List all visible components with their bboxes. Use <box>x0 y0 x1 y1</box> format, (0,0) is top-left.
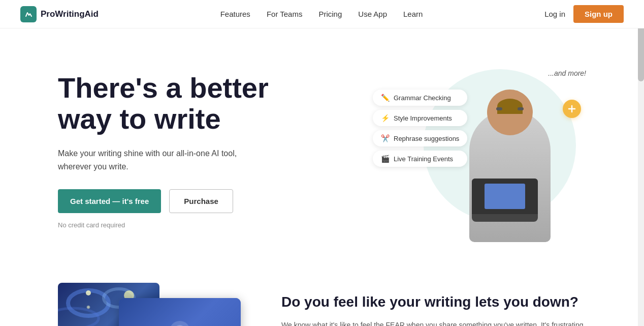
hero-left: There's a better way to write Make your … <box>58 72 322 229</box>
second-section: My idea in my head Do you feel like your… <box>17 262 627 326</box>
pill-grammar-label: Grammar Checking <box>394 94 451 102</box>
page-scrollbar[interactable] <box>638 0 644 326</box>
overlay-card <box>119 298 241 326</box>
brand-logo[interactable]: ProWritingAid <box>20 6 99 22</box>
get-started-button[interactable]: Get started — it's free <box>58 189 161 213</box>
hero-buttons: Get started — it's free Purchase <box>58 189 322 213</box>
pill-training: 🎬 Live Training Events <box>373 151 467 167</box>
laptop-screen-content <box>485 184 525 209</box>
plus-badge <box>563 100 581 118</box>
more-label: ...and more! <box>548 69 586 77</box>
svg-point-5 <box>86 290 91 295</box>
pill-rephrase: ✂️ Rephrase suggestions <box>373 130 467 146</box>
overlay-card-svg <box>154 316 205 326</box>
purchase-button[interactable]: Purchase <box>169 189 233 213</box>
person-laptop <box>472 179 538 222</box>
feature-pills: ✏️ Grammar Checking ⚡ Style Improvements… <box>373 90 467 167</box>
brand-name: ProWritingAid <box>41 9 99 19</box>
rephrase-icon: ✂️ <box>381 134 390 142</box>
second-images: My idea in my head <box>58 283 251 326</box>
overlay-card-inner <box>119 298 241 326</box>
training-icon: 🎬 <box>381 155 390 163</box>
hero-subtitle: Make your writing shine with our all-in-… <box>58 147 261 173</box>
logo-icon <box>20 6 37 22</box>
pill-training-label: Live Training Events <box>394 155 453 163</box>
person-hair <box>497 99 523 114</box>
nav-links: Features For Teams Pricing Use App Learn <box>220 10 423 19</box>
nav-pricing[interactable]: Pricing <box>318 10 342 18</box>
no-credit-text: No credit card required <box>58 221 322 229</box>
navbar: ProWritingAid Features For Teams Pricing… <box>0 0 644 28</box>
pill-style: ⚡ Style Improvements <box>373 110 467 126</box>
hero-section: There's a better way to write Make your … <box>17 28 627 262</box>
person-illustration <box>459 90 561 242</box>
second-section-description: We know what it's like to feel the FEAR … <box>281 319 586 326</box>
nav-for-teams[interactable]: For Teams <box>267 10 303 18</box>
person-head <box>487 90 533 135</box>
grammar-icon: ✏️ <box>381 94 390 102</box>
pill-rephrase-label: Rephrase suggestions <box>394 135 459 142</box>
nav-actions: Log in Sign up <box>544 5 624 23</box>
nav-features[interactable]: Features <box>220 10 250 18</box>
login-button[interactable]: Log in <box>544 10 565 18</box>
person-glasses-right <box>518 107 524 110</box>
second-section-title: Do you feel like your writing lets you d… <box>281 293 586 311</box>
nav-use-app[interactable]: Use App <box>358 10 387 18</box>
signup-button[interactable]: Sign up <box>573 5 624 23</box>
hero-title: There's a better way to write <box>58 72 322 135</box>
style-icon: ⚡ <box>381 114 390 122</box>
second-text: Do you feel like your writing lets you d… <box>281 283 586 326</box>
pill-grammar: ✏️ Grammar Checking <box>373 90 467 106</box>
person-glasses-left <box>496 107 502 110</box>
pill-style-label: Style Improvements <box>394 114 452 122</box>
hero-illustration: ...and more! ✏️ Grammar Checking ⚡ Style… <box>373 59 586 242</box>
nav-learn[interactable]: Learn <box>403 10 423 18</box>
laptop-screen <box>472 179 538 214</box>
